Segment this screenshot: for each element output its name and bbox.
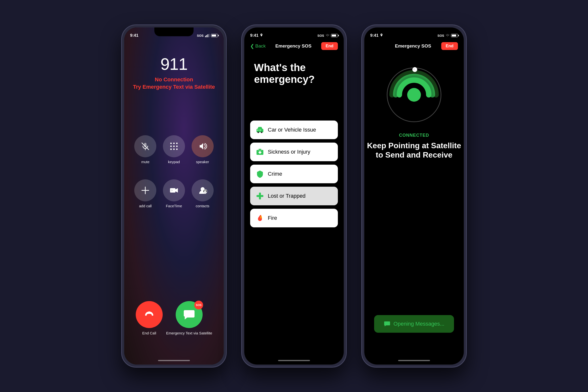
svg-point-13: [170, 148, 172, 150]
facetime-button[interactable]: ? FaceTime: [163, 179, 186, 208]
keypad-icon: [170, 142, 178, 150]
message-icon-3: [384, 320, 390, 327]
end-button-3[interactable]: End: [441, 42, 458, 50]
emergency-question: What's the emergency?: [254, 62, 334, 86]
speaker-icon: [198, 142, 207, 151]
chevron-left-icon: ❮: [250, 43, 254, 49]
contacts-circle: [192, 179, 214, 202]
car-option-label: Car or Vehicle Issue: [268, 127, 316, 133]
battery-fill-3: [452, 34, 456, 36]
svg-point-24: [258, 132, 259, 133]
connected-label: CONNECTED: [364, 133, 464, 138]
notch: [154, 28, 194, 36]
svg-rect-27: [260, 130, 261, 130]
svg-rect-18: [170, 188, 176, 192]
svg-point-35: [407, 88, 421, 102]
medical-kit-icon: [256, 148, 264, 156]
fire-option-label: Fire: [268, 215, 277, 221]
end-call-button[interactable]: End Call: [136, 301, 163, 335]
call-controls: mute keypad: [124, 135, 224, 164]
home-indicator-2: [278, 360, 310, 361]
opening-messages-button[interactable]: Opening Messages...: [374, 315, 454, 333]
time-3: 9:41: [370, 33, 383, 38]
lost-trapped-option[interactable]: Lost or Trapped: [250, 187, 338, 205]
home-indicator: [158, 360, 190, 361]
svg-point-25: [261, 132, 262, 133]
phone-3-screen: 9:41 SOS Emergency SOS End: [364, 28, 464, 364]
time: 9:41: [130, 33, 138, 38]
connected-subtitle: Keep Pointing at Satellite to Send and R…: [364, 141, 464, 160]
back-button[interactable]: ❮ Back: [250, 43, 266, 49]
end-button-2[interactable]: End: [321, 42, 338, 50]
facetime-icon: ?: [170, 186, 178, 195]
satellite-visual: [380, 57, 448, 126]
svg-rect-3: [209, 34, 210, 37]
keypad-button[interactable]: keypad: [163, 135, 186, 164]
subtitle-line-1: Keep Pointing at Satellite: [367, 141, 461, 150]
cross-plus-icon: [256, 192, 264, 200]
svg-rect-1: [206, 35, 207, 37]
svg-rect-26: [257, 130, 258, 130]
phone-1-screen: 9:41 SOS 911 No Connection Try Emergency…: [124, 28, 224, 364]
call-status: No Connection Try Emergency Text via Sat…: [124, 76, 224, 90]
status-icons: SOS: [197, 34, 218, 38]
location-icon-3: [380, 34, 383, 38]
mic-slash-icon: [141, 142, 150, 151]
svg-point-36: [412, 67, 417, 72]
signal-icon: [205, 34, 210, 37]
add-call-label: add call: [139, 204, 152, 208]
keypad-circle: [163, 135, 185, 157]
plus-icon: [141, 186, 150, 195]
keypad-label: keypad: [168, 160, 180, 164]
svg-text:?: ?: [171, 190, 172, 192]
back-label: Back: [255, 43, 266, 49]
svg-point-9: [176, 142, 178, 144]
mute-label: mute: [141, 160, 150, 164]
speaker-label: speaker: [196, 160, 209, 164]
car-vehicle-option[interactable]: Car or Vehicle Issue: [250, 120, 338, 139]
shield-icon: [256, 170, 264, 178]
connected-status: CONNECTED Keep Pointing at Satellite to …: [364, 133, 464, 160]
battery-fill-2: [332, 34, 336, 36]
phone-2: 9:41 SOS ❮ Back: [241, 24, 347, 368]
end-call-circle: [136, 301, 163, 328]
dynamic-island: [278, 30, 310, 39]
wifi-icon-3: [446, 34, 450, 37]
mute-button[interactable]: mute: [134, 135, 157, 164]
speaker-button[interactable]: speaker: [191, 135, 214, 164]
subtitle-line-2: to Send and Receive: [376, 150, 452, 159]
wifi-icon: [326, 34, 330, 37]
nav-title-2: Emergency SOS: [276, 43, 312, 49]
location-icon: [260, 34, 263, 38]
svg-rect-29: [258, 149, 262, 150]
crime-option[interactable]: Crime: [250, 165, 338, 183]
sos-button[interactable]: SOS Emergency Text via Satellite: [166, 301, 212, 335]
svg-point-7: [170, 142, 172, 144]
no-connection-text: No Connection: [124, 76, 224, 83]
end-call-icon: [143, 308, 155, 321]
fire-option[interactable]: Fire: [250, 209, 338, 227]
svg-point-11: [173, 146, 175, 147]
svg-point-10: [170, 146, 172, 147]
add-call-circle: [134, 179, 156, 202]
speaker-circle: [192, 135, 214, 157]
emergency-options: Car or Vehicle Issue Sickness or Injury …: [250, 120, 338, 227]
end-call-label: End Call: [142, 331, 156, 335]
contacts-label: contacts: [196, 204, 210, 208]
car-icon: [256, 126, 264, 134]
nav-bar-3: Emergency SOS End: [364, 42, 464, 50]
battery-fill: [212, 34, 216, 36]
sickness-injury-option[interactable]: Sickness or Injury: [250, 142, 338, 161]
phone-2-screen: 9:41 SOS ❮ Back: [244, 28, 344, 364]
phone-3: 9:41 SOS Emergency SOS End: [362, 24, 467, 368]
svg-point-15: [176, 148, 178, 150]
add-call-button[interactable]: add call: [134, 179, 157, 208]
svg-rect-33: [256, 195, 264, 197]
message-bubble-icon: [183, 308, 196, 321]
sos-icon-2: SOS: [318, 34, 324, 38]
call-bottom-actions: End Call SOS Emergency Text via Satellit…: [124, 301, 224, 335]
contacts-button[interactable]: contacts: [191, 179, 214, 208]
mute-circle: [134, 135, 156, 157]
nav-title-3: Emergency SOS: [395, 43, 431, 49]
svg-point-8: [173, 142, 175, 144]
